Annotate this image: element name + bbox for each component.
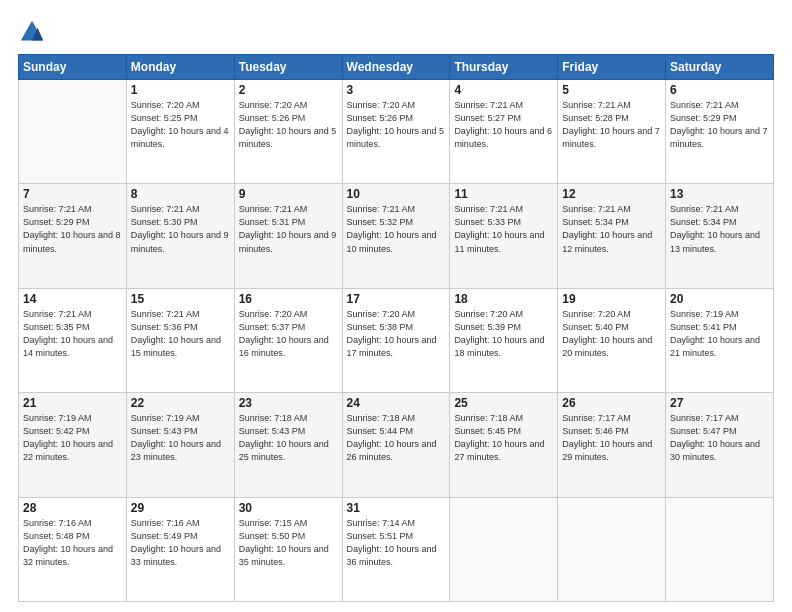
day-number: 23 (239, 396, 338, 410)
calendar-day-cell: 15Sunrise: 7:21 AM Sunset: 5:36 PM Dayli… (126, 288, 234, 392)
calendar-day-cell: 10Sunrise: 7:21 AM Sunset: 5:32 PM Dayli… (342, 184, 450, 288)
day-number: 25 (454, 396, 553, 410)
day-number: 21 (23, 396, 122, 410)
day-info: Sunrise: 7:19 AM Sunset: 5:41 PM Dayligh… (670, 308, 769, 360)
day-info: Sunrise: 7:19 AM Sunset: 5:43 PM Dayligh… (131, 412, 230, 464)
calendar-day-cell: 2Sunrise: 7:20 AM Sunset: 5:26 PM Daylig… (234, 80, 342, 184)
calendar-day-cell: 7Sunrise: 7:21 AM Sunset: 5:29 PM Daylig… (19, 184, 127, 288)
day-info: Sunrise: 7:18 AM Sunset: 5:43 PM Dayligh… (239, 412, 338, 464)
calendar-day-cell: 20Sunrise: 7:19 AM Sunset: 5:41 PM Dayli… (666, 288, 774, 392)
calendar-day-cell: 1Sunrise: 7:20 AM Sunset: 5:25 PM Daylig… (126, 80, 234, 184)
day-info: Sunrise: 7:21 AM Sunset: 5:31 PM Dayligh… (239, 203, 338, 255)
day-number: 4 (454, 83, 553, 97)
calendar-day-cell (558, 497, 666, 601)
day-number: 9 (239, 187, 338, 201)
day-info: Sunrise: 7:20 AM Sunset: 5:26 PM Dayligh… (239, 99, 338, 151)
calendar-day-cell: 4Sunrise: 7:21 AM Sunset: 5:27 PM Daylig… (450, 80, 558, 184)
calendar-day-cell: 19Sunrise: 7:20 AM Sunset: 5:40 PM Dayli… (558, 288, 666, 392)
calendar-day-cell: 9Sunrise: 7:21 AM Sunset: 5:31 PM Daylig… (234, 184, 342, 288)
day-info: Sunrise: 7:21 AM Sunset: 5:28 PM Dayligh… (562, 99, 661, 151)
day-number: 12 (562, 187, 661, 201)
calendar-day-cell: 22Sunrise: 7:19 AM Sunset: 5:43 PM Dayli… (126, 393, 234, 497)
day-info: Sunrise: 7:18 AM Sunset: 5:45 PM Dayligh… (454, 412, 553, 464)
page: SundayMondayTuesdayWednesdayThursdayFrid… (0, 0, 792, 612)
day-number: 13 (670, 187, 769, 201)
calendar-week-row: 7Sunrise: 7:21 AM Sunset: 5:29 PM Daylig… (19, 184, 774, 288)
calendar-day-header: Friday (558, 55, 666, 80)
day-info: Sunrise: 7:21 AM Sunset: 5:34 PM Dayligh… (562, 203, 661, 255)
day-info: Sunrise: 7:21 AM Sunset: 5:30 PM Dayligh… (131, 203, 230, 255)
day-number: 10 (347, 187, 446, 201)
day-number: 11 (454, 187, 553, 201)
day-number: 30 (239, 501, 338, 515)
day-info: Sunrise: 7:16 AM Sunset: 5:49 PM Dayligh… (131, 517, 230, 569)
day-info: Sunrise: 7:19 AM Sunset: 5:42 PM Dayligh… (23, 412, 122, 464)
calendar-day-header: Monday (126, 55, 234, 80)
day-number: 22 (131, 396, 230, 410)
calendar-week-row: 14Sunrise: 7:21 AM Sunset: 5:35 PM Dayli… (19, 288, 774, 392)
calendar-day-cell (450, 497, 558, 601)
calendar-day-cell: 3Sunrise: 7:20 AM Sunset: 5:26 PM Daylig… (342, 80, 450, 184)
calendar-day-header: Wednesday (342, 55, 450, 80)
day-info: Sunrise: 7:14 AM Sunset: 5:51 PM Dayligh… (347, 517, 446, 569)
day-info: Sunrise: 7:20 AM Sunset: 5:25 PM Dayligh… (131, 99, 230, 151)
day-info: Sunrise: 7:20 AM Sunset: 5:37 PM Dayligh… (239, 308, 338, 360)
calendar-day-header: Saturday (666, 55, 774, 80)
calendar-day-cell: 31Sunrise: 7:14 AM Sunset: 5:51 PM Dayli… (342, 497, 450, 601)
calendar-day-cell: 17Sunrise: 7:20 AM Sunset: 5:38 PM Dayli… (342, 288, 450, 392)
calendar-week-row: 1Sunrise: 7:20 AM Sunset: 5:25 PM Daylig… (19, 80, 774, 184)
day-number: 16 (239, 292, 338, 306)
day-info: Sunrise: 7:21 AM Sunset: 5:34 PM Dayligh… (670, 203, 769, 255)
calendar-day-header: Sunday (19, 55, 127, 80)
day-info: Sunrise: 7:15 AM Sunset: 5:50 PM Dayligh… (239, 517, 338, 569)
calendar-header-row: SundayMondayTuesdayWednesdayThursdayFrid… (19, 55, 774, 80)
day-number: 2 (239, 83, 338, 97)
day-info: Sunrise: 7:18 AM Sunset: 5:44 PM Dayligh… (347, 412, 446, 464)
day-number: 8 (131, 187, 230, 201)
logo (18, 18, 50, 46)
day-number: 28 (23, 501, 122, 515)
day-number: 26 (562, 396, 661, 410)
calendar-day-header: Thursday (450, 55, 558, 80)
day-number: 5 (562, 83, 661, 97)
calendar-day-cell: 26Sunrise: 7:17 AM Sunset: 5:46 PM Dayli… (558, 393, 666, 497)
day-number: 6 (670, 83, 769, 97)
calendar-day-cell: 16Sunrise: 7:20 AM Sunset: 5:37 PM Dayli… (234, 288, 342, 392)
calendar-day-cell (666, 497, 774, 601)
day-info: Sunrise: 7:21 AM Sunset: 5:36 PM Dayligh… (131, 308, 230, 360)
day-number: 31 (347, 501, 446, 515)
day-info: Sunrise: 7:21 AM Sunset: 5:33 PM Dayligh… (454, 203, 553, 255)
calendar-day-header: Tuesday (234, 55, 342, 80)
calendar-day-cell: 25Sunrise: 7:18 AM Sunset: 5:45 PM Dayli… (450, 393, 558, 497)
calendar-day-cell: 29Sunrise: 7:16 AM Sunset: 5:49 PM Dayli… (126, 497, 234, 601)
day-number: 14 (23, 292, 122, 306)
calendar-day-cell: 11Sunrise: 7:21 AM Sunset: 5:33 PM Dayli… (450, 184, 558, 288)
day-number: 3 (347, 83, 446, 97)
day-info: Sunrise: 7:21 AM Sunset: 5:29 PM Dayligh… (670, 99, 769, 151)
calendar-day-cell: 21Sunrise: 7:19 AM Sunset: 5:42 PM Dayli… (19, 393, 127, 497)
calendar-day-cell: 28Sunrise: 7:16 AM Sunset: 5:48 PM Dayli… (19, 497, 127, 601)
day-number: 7 (23, 187, 122, 201)
calendar-day-cell: 8Sunrise: 7:21 AM Sunset: 5:30 PM Daylig… (126, 184, 234, 288)
day-number: 27 (670, 396, 769, 410)
day-info: Sunrise: 7:21 AM Sunset: 5:27 PM Dayligh… (454, 99, 553, 151)
calendar-day-cell: 23Sunrise: 7:18 AM Sunset: 5:43 PM Dayli… (234, 393, 342, 497)
calendar-day-cell: 13Sunrise: 7:21 AM Sunset: 5:34 PM Dayli… (666, 184, 774, 288)
calendar-day-cell (19, 80, 127, 184)
header (18, 18, 774, 46)
day-info: Sunrise: 7:20 AM Sunset: 5:26 PM Dayligh… (347, 99, 446, 151)
calendar-table: SundayMondayTuesdayWednesdayThursdayFrid… (18, 54, 774, 602)
calendar-day-cell: 12Sunrise: 7:21 AM Sunset: 5:34 PM Dayli… (558, 184, 666, 288)
day-info: Sunrise: 7:17 AM Sunset: 5:47 PM Dayligh… (670, 412, 769, 464)
calendar-day-cell: 5Sunrise: 7:21 AM Sunset: 5:28 PM Daylig… (558, 80, 666, 184)
calendar-week-row: 21Sunrise: 7:19 AM Sunset: 5:42 PM Dayli… (19, 393, 774, 497)
logo-icon (18, 18, 46, 46)
calendar-day-cell: 14Sunrise: 7:21 AM Sunset: 5:35 PM Dayli… (19, 288, 127, 392)
calendar-day-cell: 30Sunrise: 7:15 AM Sunset: 5:50 PM Dayli… (234, 497, 342, 601)
day-info: Sunrise: 7:21 AM Sunset: 5:32 PM Dayligh… (347, 203, 446, 255)
day-info: Sunrise: 7:20 AM Sunset: 5:40 PM Dayligh… (562, 308, 661, 360)
calendar-week-row: 28Sunrise: 7:16 AM Sunset: 5:48 PM Dayli… (19, 497, 774, 601)
calendar-day-cell: 24Sunrise: 7:18 AM Sunset: 5:44 PM Dayli… (342, 393, 450, 497)
day-info: Sunrise: 7:20 AM Sunset: 5:39 PM Dayligh… (454, 308, 553, 360)
day-info: Sunrise: 7:21 AM Sunset: 5:35 PM Dayligh… (23, 308, 122, 360)
